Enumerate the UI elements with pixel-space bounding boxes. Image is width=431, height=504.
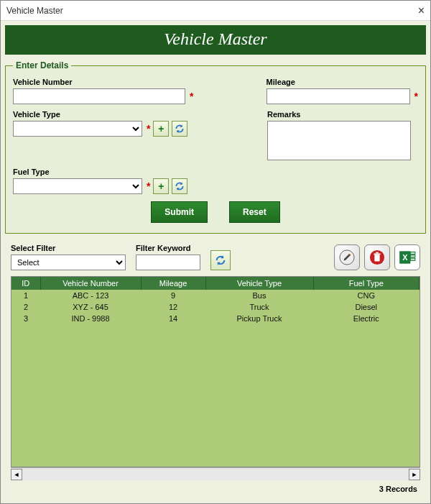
cell-mileage: 12 bbox=[141, 301, 205, 313]
refresh-icon bbox=[215, 255, 226, 266]
data-grid: ID Vehicle Number Mileage Vehicle Type F… bbox=[11, 276, 420, 467]
table-row[interactable]: 3IND - 998814Pickup TruckElectric bbox=[11, 313, 420, 324]
export-excel-button[interactable]: X bbox=[394, 244, 420, 270]
cell-vehicle-type: Pickup Truck bbox=[205, 313, 313, 324]
svg-rect-4 bbox=[376, 252, 379, 254]
col-vehicle-type[interactable]: Vehicle Type bbox=[205, 277, 313, 290]
window-title: Vehicle Master bbox=[6, 6, 63, 16]
svg-rect-2 bbox=[374, 255, 379, 261]
cell-vehicle-number: ABC - 123 bbox=[40, 290, 141, 301]
filter-keyword-label: Filter Keyword bbox=[136, 244, 200, 252]
vehicle-type-add-button[interactable]: + bbox=[153, 121, 169, 137]
cell-mileage: 9 bbox=[141, 290, 205, 301]
cell-vehicle-type: Truck bbox=[205, 301, 313, 313]
cell-mileage: 14 bbox=[141, 313, 205, 324]
col-fuel-type[interactable]: Fuel Type bbox=[313, 277, 420, 290]
enter-details-legend: Enter Details bbox=[13, 60, 71, 70]
cell-vehicle-number: IND - 9988 bbox=[40, 313, 141, 324]
plus-icon: + bbox=[158, 180, 164, 192]
enter-details-group: Enter Details Vehicle Number * Mileage * bbox=[5, 60, 426, 234]
vehicle-type-refresh-button[interactable] bbox=[172, 121, 187, 137]
pencil-icon bbox=[339, 249, 355, 265]
refresh-icon bbox=[175, 124, 185, 134]
fuel-type-label: Fuel Type bbox=[13, 168, 246, 176]
cell-fuel-type: Diesel bbox=[313, 301, 420, 313]
filter-bar: Select Filter Select Filter Keyword bbox=[5, 241, 426, 276]
record-count: 3 Records bbox=[5, 480, 426, 499]
col-vehicle-number[interactable]: Vehicle Number bbox=[40, 277, 141, 290]
submit-button[interactable]: Submit bbox=[151, 201, 208, 223]
titlebar: Vehicle Master × bbox=[1, 1, 430, 21]
reset-button[interactable]: Reset bbox=[229, 201, 280, 223]
svg-text:X: X bbox=[402, 253, 408, 262]
content-area: Vehicle Master Enter Details Vehicle Num… bbox=[1, 21, 430, 503]
fuel-type-add-button[interactable]: + bbox=[153, 178, 169, 194]
filter-keyword-input[interactable] bbox=[136, 255, 200, 270]
cell-id: 2 bbox=[11, 301, 40, 313]
vehicle-number-input[interactable] bbox=[13, 88, 185, 104]
banner-title: Vehicle Master bbox=[5, 25, 426, 55]
excel-icon: X bbox=[398, 248, 417, 267]
svg-rect-8 bbox=[410, 255, 415, 257]
horizontal-scrollbar[interactable]: ◄ ► bbox=[11, 467, 420, 480]
scroll-left-arrow[interactable]: ◄ bbox=[11, 469, 22, 480]
cell-id: 3 bbox=[11, 313, 40, 324]
delete-button[interactable] bbox=[364, 244, 390, 270]
cell-vehicle-number: XYZ - 645 bbox=[40, 301, 141, 313]
remarks-textarea[interactable] bbox=[267, 121, 411, 160]
vehicle-type-select[interactable] bbox=[13, 121, 142, 137]
edit-button[interactable] bbox=[334, 244, 360, 270]
svg-rect-9 bbox=[410, 258, 415, 260]
required-marker: * bbox=[147, 123, 150, 134]
app-window: Vehicle Master × Vehicle Master Enter De… bbox=[0, 0, 431, 504]
cell-fuel-type: Electric bbox=[313, 313, 420, 324]
required-marker: * bbox=[190, 91, 193, 102]
filter-refresh-button[interactable] bbox=[210, 250, 231, 270]
cell-id: 1 bbox=[11, 290, 40, 301]
remarks-label: Remarks bbox=[267, 110, 418, 119]
table-row[interactable]: 1ABC - 1239BusCNG bbox=[11, 290, 420, 301]
cell-fuel-type: CNG bbox=[313, 290, 420, 301]
required-marker: * bbox=[414, 91, 418, 102]
svg-rect-7 bbox=[410, 252, 415, 254]
grid-header-row: ID Vehicle Number Mileage Vehicle Type F… bbox=[11, 277, 420, 290]
fuel-type-select[interactable] bbox=[13, 178, 142, 194]
vehicle-type-label: Vehicle Type bbox=[13, 110, 246, 119]
required-marker: * bbox=[147, 180, 150, 192]
col-mileage[interactable]: Mileage bbox=[141, 277, 205, 290]
col-id[interactable]: ID bbox=[11, 277, 40, 290]
vehicle-number-label: Vehicle Number bbox=[13, 78, 245, 86]
svg-rect-3 bbox=[374, 254, 380, 255]
fuel-type-refresh-button[interactable] bbox=[172, 178, 187, 194]
cell-vehicle-type: Bus bbox=[205, 290, 313, 301]
mileage-label: Mileage bbox=[267, 78, 418, 86]
table-row[interactable]: 2XYZ - 64512TruckDiesel bbox=[11, 301, 420, 313]
select-filter-label: Select Filter bbox=[11, 244, 126, 252]
plus-icon: + bbox=[158, 123, 164, 134]
mileage-input[interactable] bbox=[267, 88, 410, 104]
trash-icon bbox=[369, 249, 385, 265]
close-icon[interactable]: × bbox=[418, 4, 425, 17]
scroll-right-arrow[interactable]: ► bbox=[409, 469, 420, 480]
refresh-icon bbox=[175, 181, 185, 191]
select-filter[interactable]: Select bbox=[11, 255, 126, 270]
